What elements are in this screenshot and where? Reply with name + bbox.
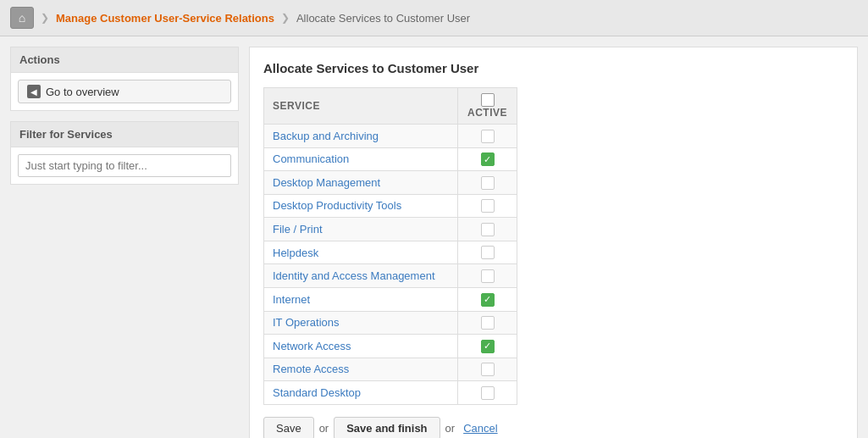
service-active-cell — [458, 311, 517, 335]
service-name-cell: Remote Access — [264, 358, 458, 381]
service-active-cell: ✓ — [458, 287, 517, 311]
go-to-overview-button[interactable]: ◀ Go to overview — [18, 80, 231, 103]
actions-title: Actions — [11, 47, 238, 73]
service-name-link[interactable]: Communication — [273, 152, 349, 165]
service-name-link[interactable]: Backup and Archiving — [273, 130, 379, 142]
service-name-link[interactable]: File / Print — [273, 223, 323, 236]
checkbox-unchecked[interactable] — [481, 269, 495, 283]
service-active-cell — [458, 358, 517, 381]
checkbox-unchecked[interactable] — [481, 176, 495, 190]
filter-title: Filter for Services — [11, 122, 238, 147]
service-active-cell — [458, 125, 517, 148]
table-row: Helpdesk — [264, 241, 517, 264]
save-button[interactable]: Save — [263, 417, 314, 438]
service-active-cell — [458, 241, 517, 264]
service-name-cell: Communication — [264, 147, 458, 171]
service-name-link[interactable]: Desktop Management — [273, 176, 380, 189]
checkbox-unchecked[interactable] — [481, 316, 495, 330]
save-and-finish-button[interactable]: Save and finish — [334, 417, 440, 438]
cancel-button[interactable]: Cancel — [460, 418, 500, 438]
service-active-cell — [458, 171, 517, 195]
service-name-link[interactable]: Network Access — [273, 340, 351, 352]
service-name-link[interactable]: Internet — [273, 293, 310, 306]
service-name-link[interactable]: Remote Access — [273, 363, 349, 375]
service-name-cell: Desktop Productivity Tools — [264, 194, 458, 218]
filter-input[interactable] — [18, 154, 231, 177]
service-name-cell: Backup and Archiving — [264, 125, 458, 148]
checkbox-unchecked[interactable] — [481, 199, 495, 213]
main-layout: Actions ◀ Go to overview Filter for Serv… — [0, 36, 868, 438]
table-row: IT Operations — [264, 311, 517, 335]
home-button[interactable]: ⌂ — [10, 7, 34, 29]
service-active-cell — [458, 194, 517, 218]
or-text-1: or — [319, 422, 329, 435]
home-icon: ⌂ — [19, 11, 25, 25]
arrow-left-icon: ◀ — [27, 85, 41, 98]
actions-body: ◀ Go to overview — [11, 73, 238, 110]
service-active-cell: ✓ — [458, 335, 517, 358]
table-row: Backup and Archiving — [264, 125, 517, 148]
service-name-link[interactable]: IT Operations — [273, 316, 340, 329]
checkbox-unchecked[interactable] — [481, 386, 495, 400]
table-row: Internet✓ — [264, 287, 517, 311]
table-row: File / Print — [264, 218, 517, 241]
table-row: Desktop Management — [264, 171, 517, 195]
service-active-cell: ✓ — [458, 147, 517, 171]
checkbox-unchecked[interactable] — [481, 363, 495, 376]
service-name-cell: Network Access — [264, 335, 458, 358]
table-row: Communication✓ — [264, 147, 517, 171]
col-service-header: SERVICE — [264, 88, 458, 125]
service-active-cell — [458, 264, 517, 288]
table-row: Network Access✓ — [264, 335, 517, 358]
actions-section: Actions ◀ Go to overview — [10, 47, 239, 111]
service-name-cell: Identity and Access Management — [264, 264, 458, 288]
service-table-body: Backup and ArchivingCommunication✓Deskto… — [264, 125, 517, 405]
checkbox-unchecked[interactable] — [481, 223, 495, 236]
service-name-cell: Helpdesk — [264, 241, 458, 264]
service-name-cell: Standard Desktop — [264, 381, 458, 405]
table-header-row: SERVICE ACTIVE — [264, 88, 517, 125]
breadcrumb-allocate: Allocate Services to Customer User — [296, 12, 470, 25]
checkbox-unchecked[interactable] — [481, 246, 495, 259]
service-name-cell: File / Print — [264, 218, 458, 241]
or-text-2: or — [445, 422, 456, 435]
service-name-link[interactable]: Standard Desktop — [273, 386, 361, 399]
header-checkbox[interactable] — [481, 93, 495, 107]
breadcrumb-arrow-2: ❯ — [281, 12, 290, 24]
filter-body — [11, 147, 238, 184]
breadcrumb-manage[interactable]: Manage Customer User-Service Relations — [56, 12, 274, 25]
service-name-cell: Internet — [264, 287, 458, 311]
service-name-link[interactable]: Desktop Productivity Tools — [273, 199, 401, 212]
service-name-link[interactable]: Identity and Access Management — [273, 269, 435, 282]
service-name-link[interactable]: Helpdesk — [273, 247, 318, 259]
checkbox-checked[interactable]: ✓ — [481, 293, 495, 307]
table-row: Identity and Access Management — [264, 264, 517, 288]
service-name-cell: IT Operations — [264, 311, 458, 335]
action-bar: Save or Save and finish or Cancel — [263, 417, 843, 438]
service-name-cell: Desktop Management — [264, 171, 458, 195]
table-row: Standard Desktop — [264, 381, 517, 405]
service-active-cell — [458, 381, 517, 405]
service-active-cell — [458, 218, 517, 241]
table-row: Remote Access — [264, 358, 517, 381]
checkbox-checked[interactable]: ✓ — [481, 152, 495, 166]
checkbox-checked[interactable]: ✓ — [481, 340, 495, 353]
topbar: ⌂ ❯ Manage Customer User-Service Relatio… — [0, 0, 868, 36]
breadcrumb-arrow-1: ❯ — [41, 12, 49, 24]
go-to-overview-label: Go to overview — [46, 86, 119, 98]
col-active-header: ACTIVE — [458, 88, 517, 125]
page-title: Allocate Services to Customer User — [263, 61, 843, 75]
checkbox-unchecked[interactable] — [481, 130, 495, 143]
table-row: Desktop Productivity Tools — [264, 194, 517, 218]
col-active-label: ACTIVE — [467, 107, 507, 119]
filter-section: Filter for Services — [10, 121, 239, 185]
content-area: Allocate Services to Customer User SERVI… — [249, 47, 858, 438]
sidebar: Actions ◀ Go to overview Filter for Serv… — [10, 47, 239, 195]
service-table: SERVICE ACTIVE Backup and ArchivingCommu… — [263, 87, 517, 405]
